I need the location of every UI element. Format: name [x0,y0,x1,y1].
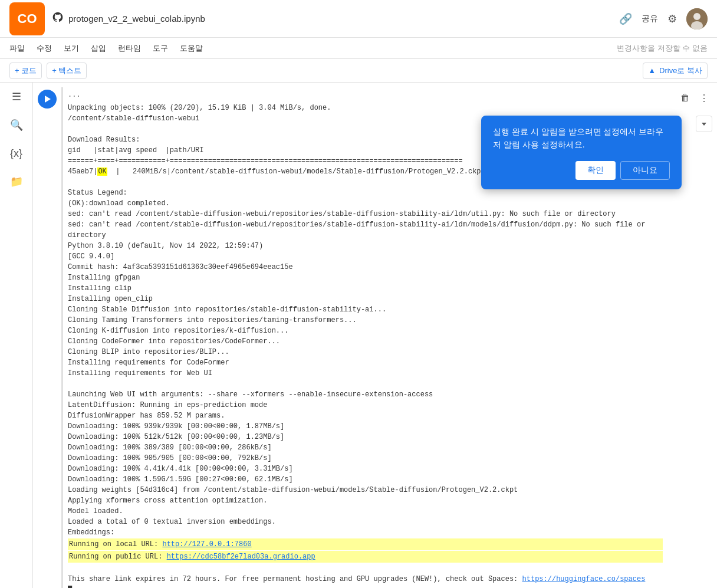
menu-file[interactable]: 파일 [9,43,25,54]
svg-point-1 [693,13,700,20]
output-line: sed: can't read /content/stable-diffusio… [68,219,663,241]
notification-confirm-button[interactable]: 확인 [575,161,616,180]
collapse-button[interactable] [696,116,712,132]
output-line: Cloning CodeFormer into repositories/Cod… [68,336,663,347]
output-line: Cloning Taming Transformers into reposit… [68,315,663,326]
svg-marker-4 [702,123,706,126]
github-icon [52,11,64,26]
output-line: Model loaded. [68,506,663,517]
logo: CO [9,2,45,35]
unsaved-notice: 변경사항을 저장할 수 없음 [617,43,708,54]
toolbar: + 코드 + 텍스트 ▲ Drive로 복사 [0,59,717,83]
highlight-prefix2: Running on public URL: [69,553,167,561]
output-line [68,379,663,389]
notification-cancel-button[interactable]: 아니요 [620,161,670,180]
output-highlight-row2: Running on public URL: https://cdc58bf2e… [68,551,663,563]
output-line: Installing requirements for CodeFormer [68,357,663,368]
sidebar-icon-files[interactable]: 📁 [7,172,26,191]
menu-runtime[interactable]: 런타임 [118,43,141,54]
menu-view[interactable]: 보기 [64,43,79,54]
output-line: Python 3.8.10 (default, Nov 14 2022, 12:… [68,241,663,251]
menu-help[interactable]: 도움말 [180,43,203,54]
local-url-link[interactable]: http://127.0.0.1:7860 [162,540,251,548]
menubar: 파일 수정 보기 삽입 런타임 도구 도움말 변경사항을 저장할 수 없음 [0,38,717,59]
notification-popup: 실행 완료 시 알림을 받으려면 설정에서 브라우저 알림 사용 설정하세요. … [481,116,682,189]
drive-copy-button[interactable]: ▲ Drive로 복사 [643,63,708,79]
drive-icon: ▲ [648,66,656,75]
public-url-link[interactable]: https://cdc58bf2e7lad03a.gradio.app [167,553,315,561]
add-code-button[interactable]: + 코드 [9,63,42,79]
cell-actions: 🗑 ⋮ [677,90,712,106]
output-line: LatentDiffusion: Running in eps-predicti… [68,400,663,410]
notification-buttons: 확인 아니요 [493,161,670,180]
topbar: CO protogen_v2_2_webui_colab.ipynb 🔗 공유 … [0,0,717,38]
output-line: Downloading: 100% 1.59G/1.59G [00:27<00:… [68,474,663,485]
output-line: Applying xformers cross attention optimi… [68,495,663,506]
menu-edit[interactable]: 수정 [37,43,52,54]
settings-icon[interactable]: ⚙ [667,12,677,25]
menu-tools[interactable]: 도구 [153,43,168,54]
output-line: Cloning Stable Diffusion into repositori… [68,304,663,315]
output-line: Loaded a total of 0 textual inversion em… [68,517,663,527]
output-line: Commit hash: 4af3ca5393151d61363c30eef49… [68,262,663,272]
output-line: Installing clip [68,283,663,294]
link-icon[interactable]: 🔗 [619,12,632,25]
output-line: Downloading: 100% 389/389 [00:00<00:00, … [68,442,663,453]
topbar-actions: 🔗 공유 ⚙ [619,8,708,29]
sidebar-icon-menu[interactable]: ☰ [7,87,26,106]
svg-marker-3 [45,96,51,103]
main-layout: ☰ 🔍 {x} 📁 ... Unpacking objects: 100% (2… [0,83,717,588]
cursor-line: █ [68,584,663,588]
sidebar-icon-variables[interactable]: {x} [7,144,26,163]
run-button[interactable] [38,90,57,109]
output-line: Installing requirements for Web UI [68,368,663,379]
output-line: Cloning BLIP into repositories/BLIP... [68,347,663,357]
output-line: sed: can't read /content/stable-diffusio… [68,209,663,219]
share-button[interactable]: 공유 [642,14,658,24]
huggingface-link[interactable]: https://huggingface.co/spaces [522,575,646,583]
sidebar-icon-search[interactable]: 🔍 [7,116,26,134]
output-line: Loading weights [54d316c4] from /content… [68,485,663,495]
title-area: protogen_v2_2_webui_colab.ipynb [52,11,612,26]
notification-text: 실행 완료 시 알림을 받으려면 설정에서 브라우저 알림 사용 설정하세요. [493,125,670,152]
output-line: Downloading: 100% 939k/939k [00:00<00:00… [68,421,663,432]
delete-cell-icon[interactable]: 🗑 [677,90,693,106]
output-line: Embeddings: [68,527,663,538]
more-options-icon[interactable]: ⋮ [696,90,712,106]
output-line: Unpacking objects: 100% (20/20), 15.19 K… [68,103,663,113]
sidebar: ☰ 🔍 {x} 📁 [0,83,33,588]
add-text-button[interactable]: + 텍스트 [47,63,87,79]
avatar[interactable] [686,8,708,29]
dots: ... [68,90,663,100]
output-line: Installing gfpgan [68,272,663,283]
content-area: ... Unpacking objects: 100% (20/20), 15.… [33,83,717,588]
add-code-label: + 코드 [15,65,37,76]
drive-label: Drive로 복사 [659,65,702,76]
output-line: Downloading: 100% 512k/512k [00:00<00:00… [68,432,663,442]
final-line: This share link expires in 72 hours. For… [68,574,663,584]
menu-insert[interactable]: 삽입 [91,43,106,54]
output-line: Cloning K-diffusion into repositories/k-… [68,326,663,336]
notebook-title: protogen_v2_2_webui_colab.ipynb [68,14,205,24]
output-line: [GCC 9.4.0] [68,251,663,262]
output-line: Downloading: 100% 905/905 [00:00<00:00, … [68,453,663,464]
highlight-prefix1: Running on local URL: [69,540,162,548]
output-line: Downloading: 100% 4.41k/4.41k [00:00<00:… [68,464,663,474]
output-line [68,563,663,574]
output-highlight-row1: Running on local URL: http://127.0.0.1:7… [68,538,663,550]
output-line: (OK):download completed. [68,198,663,209]
output-line: DiffusionWrapper has 859.52 M params. [68,410,663,421]
add-text-label: + 텍스트 [52,65,81,76]
output-line: Installing open_clip [68,294,663,304]
output-line: Launching Web UI with arguments: --share… [68,389,663,400]
